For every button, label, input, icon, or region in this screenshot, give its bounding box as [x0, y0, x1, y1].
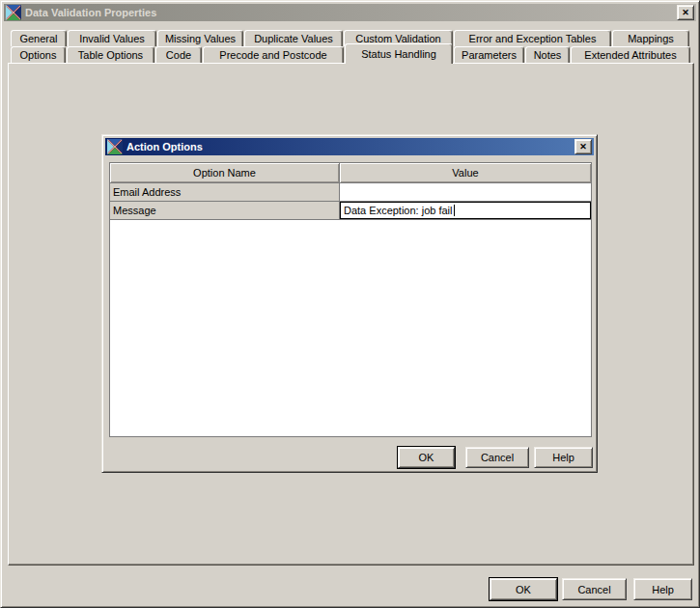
tab-general[interactable]: General: [11, 30, 67, 46]
help-button[interactable]: Help: [633, 578, 692, 600]
tab-options[interactable]: Options: [11, 46, 66, 63]
tab-status-handling[interactable]: Status Handling: [345, 43, 453, 64]
cancel-button[interactable]: Cancel: [562, 578, 627, 600]
tab-strip-row-2: Options Table Options Code Precode and P…: [11, 46, 691, 67]
text-cursor: [454, 205, 455, 216]
option-row-email-address: Email Address: [110, 183, 591, 201]
tab-error-and-exception-tables[interactable]: Error and Exception Tables: [454, 30, 611, 46]
tab-code[interactable]: Code: [155, 46, 202, 63]
option-row-message: Message Data Exception: job fail: [110, 202, 591, 219]
tab-notes[interactable]: Notes: [525, 46, 570, 63]
action-options-titlebar[interactable]: Action Options ✕: [105, 138, 594, 155]
dialog-close-icon[interactable]: ✕: [574, 139, 592, 154]
main-window-titlebar[interactable]: Data Validation Properties ✕: [4, 4, 696, 21]
message-input-text: Data Exception: job fail: [344, 205, 453, 216]
message-input[interactable]: Data Exception: job fail: [340, 202, 591, 219]
ok-button[interactable]: OK: [490, 578, 557, 600]
tab-precode-and-postcode[interactable]: Precode and Postcode: [203, 46, 344, 63]
dialog-cancel-button[interactable]: Cancel: [465, 447, 529, 468]
email-address-value-cell[interactable]: [340, 183, 591, 201]
main-window-title: Data Validation Properties: [25, 7, 156, 18]
tab-invalid-values[interactable]: Invalid Values: [68, 30, 156, 46]
option-name-cell[interactable]: Email Address: [110, 183, 339, 201]
tab-extended-attributes[interactable]: Extended Attributes: [571, 46, 690, 63]
dialog-help-button[interactable]: Help: [534, 447, 593, 468]
tab-duplicate-values[interactable]: Duplicate Values: [244, 30, 343, 46]
action-options-dialog: Action Options ✕ Option Name Value Email…: [101, 134, 598, 473]
app-pinwheel-icon: [6, 5, 21, 20]
app-pinwheel-icon: [107, 139, 123, 154]
options-table-header-row: Option Name Value: [110, 163, 591, 182]
action-options-title: Action Options: [126, 141, 203, 152]
action-options-table: Option Name Value Email Address Message …: [109, 162, 592, 437]
main-close-icon[interactable]: ✕: [677, 5, 694, 20]
options-table-empty-area: [110, 220, 591, 436]
tab-parameters[interactable]: Parameters: [454, 46, 524, 63]
dialog-ok-button[interactable]: OK: [398, 447, 455, 468]
column-header-option-name: Option Name: [110, 163, 339, 182]
tab-missing-values[interactable]: Missing Values: [157, 30, 243, 46]
tab-mappings[interactable]: Mappings: [612, 30, 689, 46]
message-value-cell: Data Exception: job fail: [340, 202, 591, 219]
option-name-cell[interactable]: Message: [110, 202, 339, 219]
column-header-value: Value: [340, 163, 591, 182]
options-table-blank-body: [110, 220, 591, 436]
tab-table-options[interactable]: Table Options: [67, 46, 154, 63]
